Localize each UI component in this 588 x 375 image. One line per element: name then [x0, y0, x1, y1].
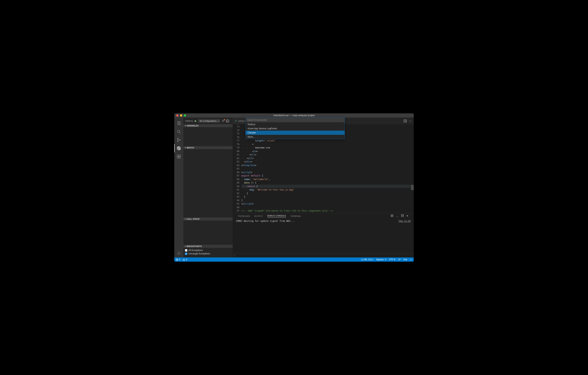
panel-tab-output[interactable]: OUTPUT	[254, 215, 263, 217]
panel-tab-debug-console[interactable]: DEBUG CONSOLE	[267, 215, 286, 218]
callstack-header[interactable]: ▾CALL STACK	[183, 218, 233, 221]
debug-sidebar: DEBUG ▶ No Configurations ▾VARIABLES ▾WA…	[183, 118, 233, 257]
svg-line-3	[179, 132, 180, 133]
status-feedback-icon[interactable]: ☺	[410, 258, 412, 261]
clear-console-icon[interactable]	[391, 214, 393, 218]
bottom-panel: PROBLEMS OUTPUT DEBUG CONSOLE TERMINAL ︿…	[233, 213, 414, 253]
svg-rect-23	[401, 215, 403, 217]
status-errors[interactable]: 0	[176, 258, 180, 261]
status-cursor-position[interactable]: Ln 90, Col 1	[361, 258, 374, 261]
traffic-lights	[174, 114, 186, 117]
window-body: DEBUG ▶ No Configurations ▾VARIABLES ▾WA…	[174, 118, 414, 257]
breadcrumb-bar[interactable]: ›	[233, 253, 414, 257]
status-encoding[interactable]: UTF-8	[389, 258, 395, 261]
minimap-thumb[interactable]	[411, 185, 414, 190]
watch-header[interactable]: ▾WATCH	[183, 146, 233, 149]
extensions-icon[interactable]	[174, 153, 183, 161]
svg-point-2	[178, 130, 180, 132]
chevron-down-icon: ▾	[185, 245, 186, 247]
window-title: HelloWorld.vue — vuejs-webpack-project	[174, 114, 414, 117]
debug-icon[interactable]	[174, 144, 183, 153]
status-bar: 0 0 Ln 90, Col 1 Spaces: 4 UTF-8 LF Vue …	[174, 257, 414, 262]
panel-tab-problems[interactable]: PROBLEMS	[238, 215, 250, 217]
chevron-right-icon: ›	[234, 254, 235, 257]
close-panel-icon[interactable]: ✕	[406, 214, 409, 218]
activity-bar	[174, 118, 183, 257]
debug-console-toggle-icon[interactable]	[226, 120, 229, 122]
status-warnings[interactable]: 0	[183, 258, 187, 261]
panel-tabs: PROBLEMS OUTPUT DEBUG CONSOLE TERMINAL ︿…	[233, 213, 414, 219]
tabs-bar: webpa ⋯ Node.jsAzure App Service LogPoin…	[233, 118, 414, 124]
config-warning-badge	[224, 119, 225, 120]
status-eol[interactable]: LF	[398, 258, 401, 261]
search-icon[interactable]	[174, 127, 183, 136]
environment-input[interactable]	[246, 118, 345, 122]
svg-point-6	[179, 140, 180, 141]
tab-actions: ⋯	[404, 118, 414, 124]
environment-dropdown: Node.jsAzure App Service LogPointsChrome…	[245, 118, 345, 139]
editor-group: webpa ⋯ Node.jsAzure App Service LogPoin…	[233, 118, 414, 257]
start-debug-icon[interactable]: ▶	[195, 120, 197, 122]
breakpoints-header[interactable]: ▾BREAKPOINTS	[183, 245, 233, 248]
configure-debug-icon[interactable]	[222, 120, 224, 122]
svg-rect-13	[179, 157, 180, 158]
all-exceptions-input[interactable]	[185, 249, 187, 252]
line-gutter: 7374757677787980818283848586878889909192…	[233, 124, 241, 213]
chevron-down-icon: ▾	[185, 125, 186, 127]
svg-rect-16	[226, 120, 229, 122]
collapse-panel-icon[interactable]: ︿	[396, 214, 399, 218]
close-window-icon[interactable]	[176, 114, 178, 117]
svg-point-4	[178, 138, 178, 139]
svg-rect-11	[179, 155, 180, 156]
panel-tab-terminal[interactable]: TERMINAL	[290, 215, 301, 217]
files-icon[interactable]	[174, 119, 183, 127]
variables-header[interactable]: ▾VARIABLES	[183, 124, 233, 127]
debug-sidebar-header: DEBUG ▶ No Configurations	[183, 118, 233, 124]
svg-rect-12	[177, 157, 179, 158]
environment-option[interactable]: Node.js	[246, 122, 345, 126]
vue-icon	[235, 120, 237, 122]
tab-webpack[interactable]: webpa	[233, 118, 247, 124]
callstack-section: ▾CALL STACK	[183, 218, 233, 245]
debug-config-select[interactable]: No Configurations	[198, 119, 220, 123]
svg-point-5	[178, 141, 178, 142]
minimap[interactable]	[411, 124, 414, 213]
debug-label: DEBUG	[185, 120, 193, 122]
console-source-link[interactable]: log.js:23	[398, 220, 411, 253]
svg-rect-0	[178, 121, 180, 124]
svg-rect-1	[178, 122, 180, 125]
console-line: [HMR] Waiting for update signal from WDS…	[236, 220, 294, 253]
environment-option[interactable]: Azure App Service LogPoints	[246, 126, 345, 131]
debug-console-body[interactable]: [HMR] Waiting for update signal from WDS…	[233, 219, 414, 253]
svg-point-15	[223, 121, 223, 121]
window: HelloWorld.vue — vuejs-webpack-project	[174, 113, 414, 262]
svg-point-14	[178, 253, 179, 254]
maximize-panel-icon[interactable]	[401, 214, 404, 218]
scm-icon[interactable]	[174, 136, 183, 144]
more-actions-icon[interactable]: ⋯	[409, 120, 411, 122]
environment-option[interactable]: More...	[246, 135, 345, 139]
chevron-down-icon: ▾	[185, 218, 186, 220]
svg-rect-10	[177, 155, 179, 156]
environment-option[interactable]: Chrome	[246, 131, 345, 135]
zoom-window-icon[interactable]	[184, 114, 186, 117]
all-exceptions-checkbox[interactable]: All Exceptions	[185, 249, 231, 252]
uncaught-exceptions-input[interactable]	[185, 253, 187, 255]
status-language[interactable]: Vue	[403, 258, 407, 261]
titlebar: HelloWorld.vue — vuejs-webpack-project	[174, 113, 414, 118]
minimize-window-icon[interactable]	[180, 114, 182, 117]
split-editor-icon[interactable]	[404, 120, 407, 122]
chevron-down-icon: ▾	[185, 147, 186, 149]
watch-section: ▾WATCH	[183, 146, 233, 218]
settings-gear-icon[interactable]	[174, 249, 183, 257]
breakpoints-section: ▾BREAKPOINTS All Exceptions Uncaught Exc…	[183, 245, 233, 256]
variables-section: ▾VARIABLES	[183, 124, 233, 146]
uncaught-exceptions-checkbox[interactable]: Uncaught Exceptions	[185, 252, 231, 255]
status-indentation[interactable]: Spaces: 4	[376, 258, 386, 261]
